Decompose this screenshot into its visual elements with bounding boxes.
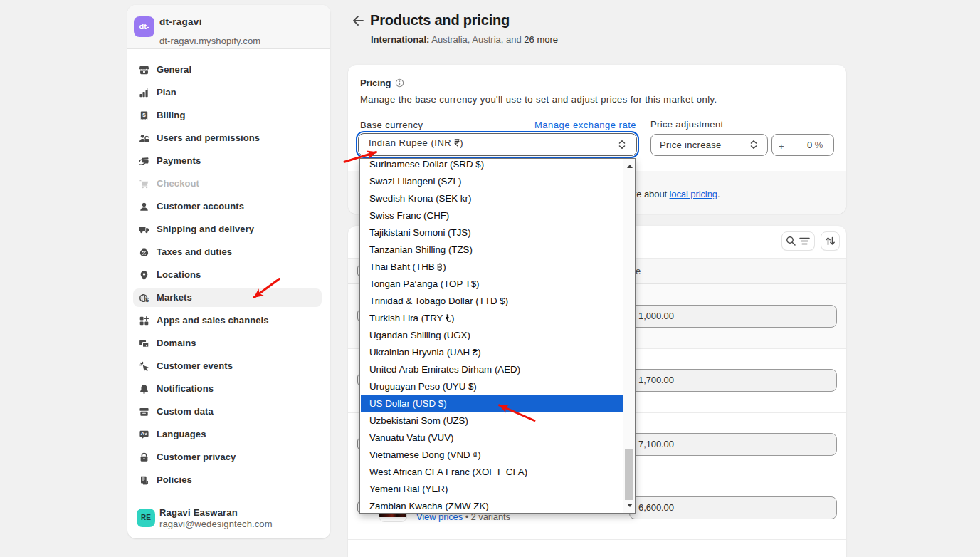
svg-text:$: $ (142, 111, 146, 118)
svg-text:A: A (141, 431, 144, 436)
svg-text:$: $ (145, 296, 149, 303)
